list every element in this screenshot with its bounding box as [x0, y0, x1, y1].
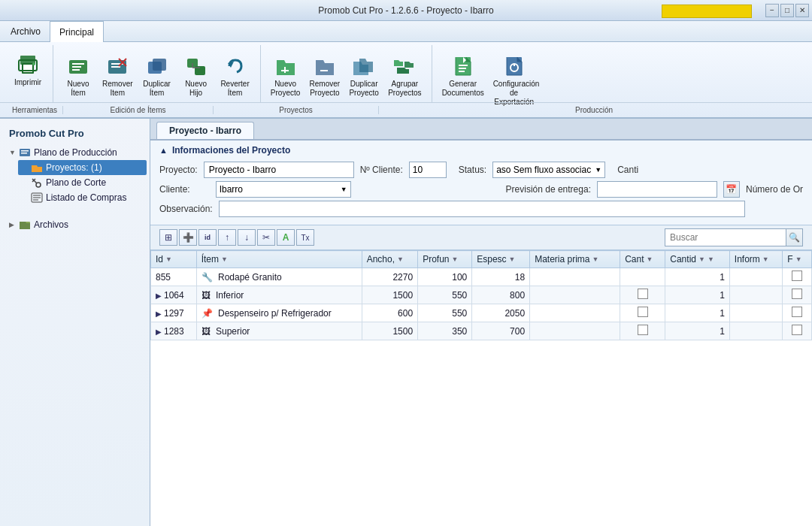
toolbar-strip: ⊞ ➕ id ↑ ↓ ✂ A Tx — [150, 225, 812, 250]
checkbox-f-1283[interactable] — [792, 325, 802, 335]
tree-plano-produccion[interactable]: ▼ Plano de Producción — [6, 145, 147, 160]
btn-remover-proyecto[interactable]: RemoverProyecto — [306, 51, 344, 101]
observacion-input[interactable] — [219, 201, 745, 217]
btn-imprimir[interactable]: Imprimir — [9, 50, 47, 90]
filter-espesc-icon[interactable]: ▼ — [509, 255, 516, 263]
nuevo-item-label: NuevoÍtem — [68, 80, 89, 98]
btn-config-exportacion[interactable]: Configuraciónde Exportación — [489, 51, 539, 110]
expand-1297[interactable]: ▶ — [156, 310, 162, 318]
cell-espesc-1297: 2050 — [472, 304, 530, 322]
btn-nuevo-item[interactable]: NuevoÍtem — [59, 51, 97, 101]
cliente-dropdown[interactable]: Ibarro ▼ — [216, 181, 351, 198]
filter-cantid2-icon[interactable]: ▼ — [707, 255, 714, 263]
filter-cantid-icon[interactable]: ▼ — [698, 255, 705, 263]
tree-arrow-plano: ▼ — [9, 149, 18, 156]
checkbox-cant-1283[interactable] — [638, 325, 648, 335]
search-icon: 🔍 — [789, 232, 800, 243]
svg-point-4 — [32, 62, 35, 65]
cell-cantid-1297: 1 — [665, 304, 730, 322]
label-proyectos: Proyectos — [214, 106, 379, 114]
cell-item-1283: 🖼 Superior — [196, 322, 362, 340]
close-button[interactable]: ✕ — [795, 4, 809, 17]
duplicar-proyecto-label: DuplicarProyecto — [349, 80, 378, 98]
yellow-indicator — [662, 5, 752, 18]
col-cantid: Cantid ▼ ▼ — [665, 251, 730, 268]
section-header: ▲ Informaciones del Proyecto — [159, 145, 803, 156]
plano-corte-icon — [30, 177, 44, 188]
btn-imprimir-label: Imprimir — [14, 78, 41, 87]
tb-scissors-btn[interactable]: ✂ — [257, 229, 275, 246]
cell-espesc-1283: 700 — [472, 322, 530, 340]
tree-plano-children: Proyectos: (1) Plano de Corte Listado de… — [6, 160, 147, 205]
cell-f-1064 — [783, 286, 812, 304]
cell-materia-1064 — [530, 286, 620, 304]
tb-add-btn[interactable]: ➕ — [179, 229, 197, 246]
remover-item-label: RemoverItem — [102, 80, 133, 98]
print-icon — [16, 53, 40, 77]
filter-inform-icon[interactable]: ▼ — [762, 255, 769, 263]
search-button[interactable]: 🔍 — [786, 229, 802, 246]
tb-id-btn[interactable]: id — [198, 229, 217, 246]
col-item: Ítem ▼ — [196, 251, 362, 268]
tb-tx-btn[interactable]: Tx — [296, 229, 314, 246]
table-header-row: Id ▼ Ítem ▼ Ancho, — [151, 251, 812, 268]
filter-item-icon[interactable]: ▼ — [221, 255, 228, 263]
menu-principal[interactable]: Principal — [50, 21, 104, 42]
reverter-item-icon — [223, 54, 247, 78]
nro-cliente-input[interactable] — [409, 162, 447, 178]
svg-rect-26 — [459, 65, 468, 66]
maximize-button[interactable]: □ — [780, 4, 794, 17]
label-edicion: Edición de Ítems — [63, 106, 214, 114]
filter-profun-icon[interactable]: ▼ — [452, 255, 459, 263]
cell-profun-1064: 550 — [418, 286, 472, 304]
filter-id-icon[interactable]: ▼ — [165, 255, 172, 263]
row-icon-1297: 📌 — [201, 308, 213, 319]
filter-f-icon[interactable]: ▼ — [795, 255, 802, 263]
menu-archivo[interactable]: Archivo — [2, 21, 50, 41]
col-ancho: Ancho, ▼ — [362, 251, 418, 268]
filter-materia-icon[interactable]: ▼ — [592, 255, 599, 263]
btn-duplicar-item[interactable]: DuplicarÍtem — [138, 51, 176, 101]
prevision-input[interactable] — [597, 181, 717, 198]
calendar-button[interactable]: 📅 — [723, 181, 740, 198]
checkbox-cant-1297[interactable] — [638, 307, 648, 317]
btn-nuevo-hijo[interactable]: NuevoHijo — [177, 51, 215, 101]
btn-duplicar-proyecto[interactable]: DuplicarProyecto — [345, 51, 383, 101]
tree-listado-compras[interactable]: Listado de Compras — [18, 190, 147, 205]
expand-1283[interactable]: ▶ — [156, 328, 162, 336]
tree-proyectos[interactable]: Proyectos: (1) — [18, 160, 147, 175]
btn-agrupar-proyectos[interactable]: AgruparProyectos — [384, 51, 425, 101]
expand-1064[interactable]: ▶ — [156, 292, 162, 300]
tb-up-btn[interactable]: ↑ — [218, 229, 236, 246]
proyecto-input[interactable] — [204, 162, 354, 178]
checkbox-f-1064[interactable] — [792, 289, 802, 299]
canti-text: Canti — [617, 165, 638, 175]
tree-plano-corte[interactable]: Plano de Corte — [18, 175, 147, 190]
nuevo-proyecto-label: NuevoProyecto — [271, 80, 300, 98]
btn-remover-item[interactable]: RemoverItem — [98, 51, 137, 101]
tree-archivos[interactable]: ▶ Archivos — [6, 217, 147, 232]
id-icon: id — [205, 234, 211, 241]
status-dropdown[interactable]: aso Sem fluxo associac ▼ — [492, 162, 605, 178]
btn-nuevo-proyecto[interactable]: NuevoProyecto — [267, 51, 304, 101]
search-input[interactable] — [665, 229, 786, 246]
tree-arrow-archivos: ▶ — [9, 221, 18, 228]
menu-bar: Archivo Principal — [0, 21, 812, 42]
checkbox-f-1297[interactable] — [792, 307, 802, 317]
filter-ancho-icon[interactable]: ▼ — [397, 255, 404, 263]
tb-down-btn[interactable]: ↓ — [238, 229, 256, 246]
col-f: F ▼ — [783, 251, 812, 268]
checkbox-cant-1064[interactable] — [638, 289, 648, 299]
listado-compras-icon — [30, 192, 44, 203]
btn-reverter-item[interactable]: ReverterÍtem — [217, 51, 254, 101]
tab-proyecto-ibarro[interactable]: Proyecto - Ibarro — [156, 122, 254, 139]
minimize-button[interactable]: − — [765, 4, 779, 17]
checkbox-855[interactable] — [792, 271, 802, 281]
tb-a-btn[interactable]: A — [277, 229, 295, 246]
tb-grid-btn[interactable]: ⊞ — [159, 229, 177, 246]
filter-cant-icon[interactable]: ▼ — [647, 255, 653, 263]
cell-cantid-855: 1 — [665, 268, 730, 286]
section-toggle[interactable]: ▲ — [159, 146, 168, 155]
btn-generar-doc[interactable]: GenerarDocumentos — [438, 51, 488, 101]
duplicar-item-label: DuplicarÍtem — [143, 80, 171, 98]
